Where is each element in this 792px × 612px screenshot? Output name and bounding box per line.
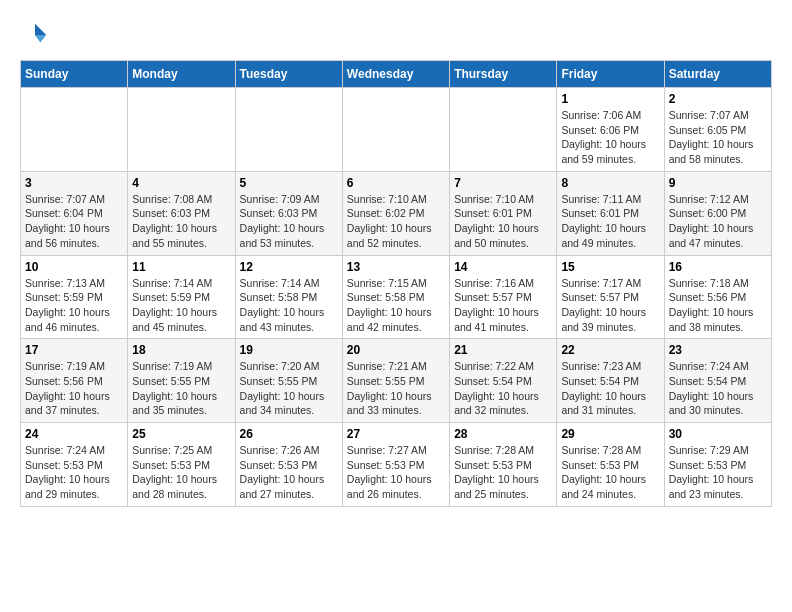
day-number: 13: [347, 260, 445, 274]
day-number: 8: [561, 176, 659, 190]
day-info: Sunrise: 7:25 AMSunset: 5:53 PMDaylight:…: [132, 443, 230, 502]
day-number: 2: [669, 92, 767, 106]
day-info: Sunrise: 7:14 AMSunset: 5:59 PMDaylight:…: [132, 276, 230, 335]
day-info: Sunrise: 7:24 AMSunset: 5:53 PMDaylight:…: [25, 443, 123, 502]
day-info: Sunrise: 7:10 AMSunset: 6:01 PMDaylight:…: [454, 192, 552, 251]
calendar-cell: 4Sunrise: 7:08 AMSunset: 6:03 PMDaylight…: [128, 171, 235, 255]
calendar-cell: 7Sunrise: 7:10 AMSunset: 6:01 PMDaylight…: [450, 171, 557, 255]
calendar-cell: 25Sunrise: 7:25 AMSunset: 5:53 PMDayligh…: [128, 423, 235, 507]
calendar-cell: [450, 88, 557, 172]
calendar-cell: 9Sunrise: 7:12 AMSunset: 6:00 PMDaylight…: [664, 171, 771, 255]
day-info: Sunrise: 7:14 AMSunset: 5:58 PMDaylight:…: [240, 276, 338, 335]
day-info: Sunrise: 7:22 AMSunset: 5:54 PMDaylight:…: [454, 359, 552, 418]
day-number: 6: [347, 176, 445, 190]
day-info: Sunrise: 7:29 AMSunset: 5:53 PMDaylight:…: [669, 443, 767, 502]
day-number: 12: [240, 260, 338, 274]
day-number: 4: [132, 176, 230, 190]
calendar-cell: 28Sunrise: 7:28 AMSunset: 5:53 PMDayligh…: [450, 423, 557, 507]
day-info: Sunrise: 7:23 AMSunset: 5:54 PMDaylight:…: [561, 359, 659, 418]
calendar-cell: [235, 88, 342, 172]
day-number: 16: [669, 260, 767, 274]
day-info: Sunrise: 7:28 AMSunset: 5:53 PMDaylight:…: [454, 443, 552, 502]
day-number: 14: [454, 260, 552, 274]
calendar-cell: [21, 88, 128, 172]
calendar-cell: 22Sunrise: 7:23 AMSunset: 5:54 PMDayligh…: [557, 339, 664, 423]
day-number: 30: [669, 427, 767, 441]
calendar-cell: 3Sunrise: 7:07 AMSunset: 6:04 PMDaylight…: [21, 171, 128, 255]
calendar: SundayMondayTuesdayWednesdayThursdayFrid…: [20, 60, 772, 507]
calendar-cell: [128, 88, 235, 172]
day-info: Sunrise: 7:06 AMSunset: 6:06 PMDaylight:…: [561, 108, 659, 167]
day-info: Sunrise: 7:28 AMSunset: 5:53 PMDaylight:…: [561, 443, 659, 502]
week-row-2: 3Sunrise: 7:07 AMSunset: 6:04 PMDaylight…: [21, 171, 772, 255]
calendar-cell: 12Sunrise: 7:14 AMSunset: 5:58 PMDayligh…: [235, 255, 342, 339]
calendar-cell: 13Sunrise: 7:15 AMSunset: 5:58 PMDayligh…: [342, 255, 449, 339]
calendar-cell: 24Sunrise: 7:24 AMSunset: 5:53 PMDayligh…: [21, 423, 128, 507]
day-info: Sunrise: 7:07 AMSunset: 6:04 PMDaylight:…: [25, 192, 123, 251]
week-row-5: 24Sunrise: 7:24 AMSunset: 5:53 PMDayligh…: [21, 423, 772, 507]
column-header-monday: Monday: [128, 61, 235, 88]
logo: [20, 20, 54, 50]
day-number: 5: [240, 176, 338, 190]
calendar-cell: 2Sunrise: 7:07 AMSunset: 6:05 PMDaylight…: [664, 88, 771, 172]
calendar-cell: 17Sunrise: 7:19 AMSunset: 5:56 PMDayligh…: [21, 339, 128, 423]
column-header-wednesday: Wednesday: [342, 61, 449, 88]
svg-marker-0: [35, 24, 46, 35]
day-info: Sunrise: 7:20 AMSunset: 5:55 PMDaylight:…: [240, 359, 338, 418]
day-number: 29: [561, 427, 659, 441]
calendar-cell: [342, 88, 449, 172]
day-number: 24: [25, 427, 123, 441]
calendar-cell: 1Sunrise: 7:06 AMSunset: 6:06 PMDaylight…: [557, 88, 664, 172]
calendar-cell: 21Sunrise: 7:22 AMSunset: 5:54 PMDayligh…: [450, 339, 557, 423]
day-number: 18: [132, 343, 230, 357]
logo-icon: [20, 20, 50, 50]
day-info: Sunrise: 7:21 AMSunset: 5:55 PMDaylight:…: [347, 359, 445, 418]
day-number: 15: [561, 260, 659, 274]
calendar-cell: 26Sunrise: 7:26 AMSunset: 5:53 PMDayligh…: [235, 423, 342, 507]
day-number: 27: [347, 427, 445, 441]
calendar-cell: 15Sunrise: 7:17 AMSunset: 5:57 PMDayligh…: [557, 255, 664, 339]
day-number: 3: [25, 176, 123, 190]
week-row-4: 17Sunrise: 7:19 AMSunset: 5:56 PMDayligh…: [21, 339, 772, 423]
calendar-cell: 23Sunrise: 7:24 AMSunset: 5:54 PMDayligh…: [664, 339, 771, 423]
column-header-sunday: Sunday: [21, 61, 128, 88]
day-number: 1: [561, 92, 659, 106]
day-info: Sunrise: 7:15 AMSunset: 5:58 PMDaylight:…: [347, 276, 445, 335]
day-number: 23: [669, 343, 767, 357]
day-info: Sunrise: 7:27 AMSunset: 5:53 PMDaylight:…: [347, 443, 445, 502]
calendar-cell: 14Sunrise: 7:16 AMSunset: 5:57 PMDayligh…: [450, 255, 557, 339]
header: [20, 20, 772, 50]
day-info: Sunrise: 7:07 AMSunset: 6:05 PMDaylight:…: [669, 108, 767, 167]
calendar-cell: 27Sunrise: 7:27 AMSunset: 5:53 PMDayligh…: [342, 423, 449, 507]
week-row-1: 1Sunrise: 7:06 AMSunset: 6:06 PMDaylight…: [21, 88, 772, 172]
day-info: Sunrise: 7:12 AMSunset: 6:00 PMDaylight:…: [669, 192, 767, 251]
calendar-cell: 30Sunrise: 7:29 AMSunset: 5:53 PMDayligh…: [664, 423, 771, 507]
day-number: 11: [132, 260, 230, 274]
day-info: Sunrise: 7:11 AMSunset: 6:01 PMDaylight:…: [561, 192, 659, 251]
day-number: 25: [132, 427, 230, 441]
day-number: 17: [25, 343, 123, 357]
calendar-cell: 19Sunrise: 7:20 AMSunset: 5:55 PMDayligh…: [235, 339, 342, 423]
calendar-cell: 5Sunrise: 7:09 AMSunset: 6:03 PMDaylight…: [235, 171, 342, 255]
calendar-cell: 29Sunrise: 7:28 AMSunset: 5:53 PMDayligh…: [557, 423, 664, 507]
column-header-friday: Friday: [557, 61, 664, 88]
day-info: Sunrise: 7:19 AMSunset: 5:55 PMDaylight:…: [132, 359, 230, 418]
week-row-3: 10Sunrise: 7:13 AMSunset: 5:59 PMDayligh…: [21, 255, 772, 339]
day-info: Sunrise: 7:19 AMSunset: 5:56 PMDaylight:…: [25, 359, 123, 418]
day-number: 21: [454, 343, 552, 357]
column-header-tuesday: Tuesday: [235, 61, 342, 88]
day-info: Sunrise: 7:09 AMSunset: 6:03 PMDaylight:…: [240, 192, 338, 251]
day-info: Sunrise: 7:18 AMSunset: 5:56 PMDaylight:…: [669, 276, 767, 335]
calendar-cell: 18Sunrise: 7:19 AMSunset: 5:55 PMDayligh…: [128, 339, 235, 423]
calendar-cell: 10Sunrise: 7:13 AMSunset: 5:59 PMDayligh…: [21, 255, 128, 339]
svg-marker-1: [35, 35, 46, 43]
day-number: 7: [454, 176, 552, 190]
day-info: Sunrise: 7:17 AMSunset: 5:57 PMDaylight:…: [561, 276, 659, 335]
calendar-cell: 20Sunrise: 7:21 AMSunset: 5:55 PMDayligh…: [342, 339, 449, 423]
day-info: Sunrise: 7:26 AMSunset: 5:53 PMDaylight:…: [240, 443, 338, 502]
day-number: 10: [25, 260, 123, 274]
day-number: 26: [240, 427, 338, 441]
day-number: 19: [240, 343, 338, 357]
calendar-cell: 16Sunrise: 7:18 AMSunset: 5:56 PMDayligh…: [664, 255, 771, 339]
day-number: 9: [669, 176, 767, 190]
